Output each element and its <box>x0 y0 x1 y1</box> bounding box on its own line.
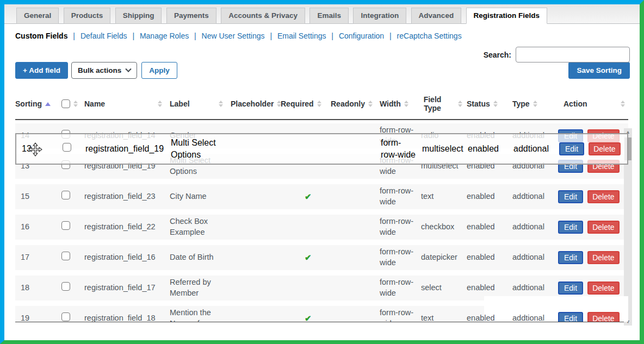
delete-button[interactable]: Delete <box>589 142 620 155</box>
subnav-new-user-settings[interactable]: New User Settings <box>202 32 265 40</box>
edit-button[interactable]: Edit <box>558 190 583 203</box>
header-type[interactable]: Type <box>512 99 558 108</box>
search-area: Search: <box>484 47 630 62</box>
header-sorting[interactable]: Sorting <box>15 99 61 108</box>
delete-button[interactable]: Delete <box>587 251 619 264</box>
field-width: form-row-wide <box>381 137 422 160</box>
header-action[interactable]: Action <box>558 99 628 108</box>
field-type-group: addtional <box>512 313 558 322</box>
subnav-email-settings[interactable]: Email Settings <box>277 32 326 40</box>
subnav-recaptcha-settings[interactable]: reCaptcha Settings <box>397 32 462 40</box>
row-checkbox[interactable] <box>61 221 70 230</box>
header-status[interactable]: Status <box>467 99 512 108</box>
field-type: text <box>421 191 467 202</box>
sort-asc-icon <box>45 102 51 106</box>
field-width: form-row-wide <box>380 216 421 237</box>
subnav-default-fields[interactable]: Default Fields <box>81 32 127 40</box>
tab-advanced[interactable]: Advanced <box>411 8 462 24</box>
field-type: text <box>421 313 467 322</box>
header-name[interactable]: Name <box>84 99 170 108</box>
header-label[interactable]: Label <box>170 99 231 108</box>
edit-button[interactable]: Edit <box>558 221 583 234</box>
save-sorting-button[interactable]: Save Sorting <box>568 62 630 79</box>
table-row: 16 registration_field_22 Check Box Examp… <box>15 215 628 240</box>
header-readonly[interactable]: Readonly <box>331 99 380 108</box>
sort-icon <box>533 101 537 107</box>
row-checkbox[interactable] <box>61 191 70 199</box>
header-width-label: Width <box>380 99 401 108</box>
field-type-group: addtional <box>512 191 558 202</box>
tab-emails[interactable]: Emails <box>309 8 349 24</box>
field-type-group: addtional <box>512 222 558 233</box>
field-status: enabled <box>467 191 512 202</box>
sorting-value: 19 <box>15 313 61 322</box>
search-input[interactable] <box>516 47 630 62</box>
header-field-type[interactable]: Field Type <box>421 95 467 112</box>
sort-icon <box>317 101 321 107</box>
custom-fields-table: Sorting Name Label Placeholder Required <box>15 87 628 322</box>
header-required[interactable]: Required <box>281 99 331 108</box>
sorting-value: 18 <box>15 283 61 293</box>
edit-button[interactable]: Edit <box>559 142 584 155</box>
row-checkbox-cell <box>61 312 84 322</box>
edit-button[interactable]: Edit <box>558 312 583 322</box>
sort-icon <box>158 101 162 107</box>
field-label: Referred by Member <box>170 277 231 298</box>
drag-helper-row[interactable]: 13 registration_field_19 Multi Select Op… <box>15 133 628 165</box>
field-status: enabled <box>467 313 512 322</box>
tab-payments[interactable]: Payments <box>166 8 216 24</box>
edit-button[interactable]: Edit <box>558 251 583 264</box>
row-checkbox-cell <box>61 221 84 233</box>
tab-general[interactable]: General <box>16 8 59 24</box>
row-actions: Edit Delete <box>558 190 628 203</box>
move-cursor-icon <box>28 142 42 157</box>
add-field-button[interactable]: + Add field <box>15 62 68 79</box>
tab-integration[interactable]: Integration <box>353 8 406 24</box>
header-placeholder-label: Placeholder <box>231 99 274 108</box>
header-width[interactable]: Width <box>380 99 421 108</box>
row-checkbox[interactable] <box>61 252 70 260</box>
field-status: enabled <box>467 252 512 263</box>
field-label: Mention the Name of <box>170 308 231 322</box>
delete-button[interactable]: Delete <box>587 190 619 203</box>
bulk-actions-select[interactable]: Bulk actions <box>71 62 137 79</box>
tab-registration-fields[interactable]: Registration Fields <box>466 8 548 24</box>
delete-button[interactable]: Delete <box>587 282 619 295</box>
subnav-separator: | <box>132 32 134 40</box>
sort-icon <box>493 101 498 107</box>
field-name: registration_field_23 <box>84 191 170 202</box>
row-actions: Edit Delete <box>558 221 628 234</box>
field-type-group: addtional <box>512 252 558 263</box>
header-status-label: Status <box>467 99 490 108</box>
select-all-checkbox[interactable] <box>61 99 70 108</box>
header-readonly-label: Readonly <box>331 99 365 108</box>
field-status: enabled <box>468 143 513 155</box>
header-label-label: Label <box>170 99 190 108</box>
delete-button[interactable]: Delete <box>587 312 619 322</box>
subnav-separator: | <box>331 32 333 40</box>
tab-products[interactable]: Products <box>64 8 111 24</box>
subnav-configuration[interactable]: Configuration <box>339 32 384 40</box>
search-label: Search: <box>484 51 511 59</box>
subnav-custom-fields[interactable]: Custom Fields <box>15 32 67 40</box>
sort-icon <box>404 101 408 107</box>
subnav-manage-roles[interactable]: Manage Roles <box>140 32 189 40</box>
row-checkbox[interactable] <box>63 143 71 152</box>
header-placeholder[interactable]: Placeholder <box>231 99 281 108</box>
row-checkbox[interactable] <box>61 312 70 321</box>
apply-button[interactable]: Apply <box>141 62 177 79</box>
row-checkbox-cell <box>61 191 84 203</box>
row-checkbox[interactable] <box>61 282 70 291</box>
field-type: datepicker <box>421 252 467 263</box>
header-select-all[interactable] <box>61 99 84 108</box>
field-width: form-row-wide <box>380 277 421 298</box>
sort-icon <box>368 101 373 107</box>
sorting-value: 15 <box>15 191 61 202</box>
edit-button[interactable]: Edit <box>558 282 583 295</box>
field-status: enabled <box>467 283 512 293</box>
delete-button[interactable]: Delete <box>587 221 619 234</box>
row-checkbox-cell <box>61 282 84 294</box>
header-action-label: Action <box>558 99 587 108</box>
tab-accounts-privacy[interactable]: Accounts & Privacy <box>221 8 305 24</box>
tab-shipping[interactable]: Shipping <box>115 8 162 24</box>
